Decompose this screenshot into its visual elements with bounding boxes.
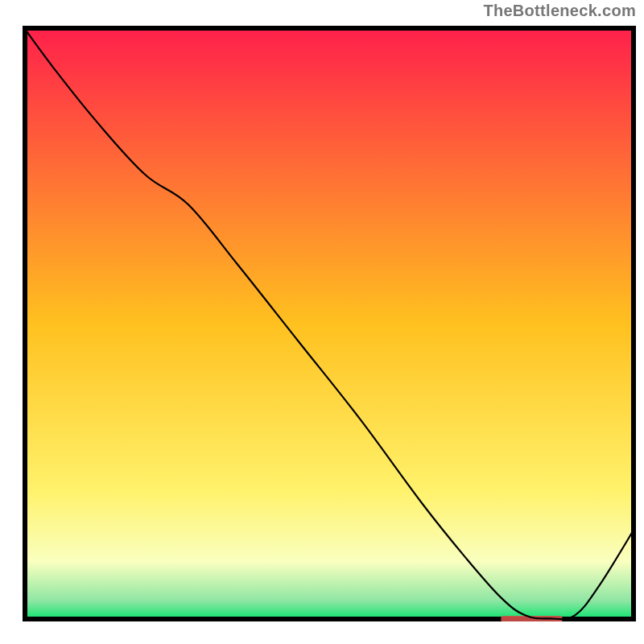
watermark-text: TheBottleneck.com [483,2,636,20]
chart-background [23,26,636,621]
chart-frame: TheBottleneck.com [0,0,644,644]
plot-area [23,26,636,621]
chart-svg [23,26,636,621]
